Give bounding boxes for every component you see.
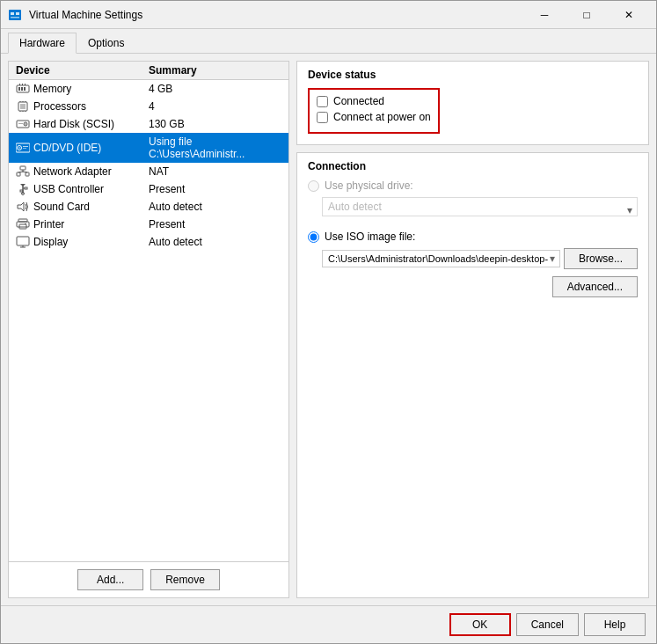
device-summary-sound: Auto detect	[149, 201, 281, 213]
bottom-bar: OK Cancel Help	[1, 605, 656, 643]
svg-rect-9	[22, 84, 23, 85]
device-summary-printer: Present	[149, 218, 281, 231]
device-row-printer[interactable]: Printer Present	[9, 216, 288, 233]
device-row-processors[interactable]: Processors 4	[9, 98, 288, 115]
device-status-title: Device status	[308, 69, 638, 81]
network-icon	[16, 165, 30, 178]
window-title: Virtual Machine Settings	[29, 9, 142, 21]
ok-button[interactable]: OK	[449, 613, 511, 636]
device-summary-usb: Present	[149, 183, 281, 195]
iso-file-row: Use ISO image file:	[308, 231, 638, 243]
svg-line-32	[18, 172, 23, 172]
auto-detect-dropdown[interactable]: Auto detect	[322, 197, 638, 216]
svg-rect-12	[20, 104, 26, 109]
device-name-harddisk: Hard Disk (SCSI)	[33, 118, 114, 130]
tab-bar: Hardware Options	[1, 29, 656, 54]
device-summary-memory: 4 GB	[149, 83, 281, 95]
minimize-button[interactable]: ─	[524, 3, 565, 27]
connect-power-label: Connect at power on	[333, 111, 431, 123]
advanced-button[interactable]: Advanced...	[552, 276, 638, 297]
svg-rect-36	[25, 187, 27, 189]
header-summary: Summary	[149, 64, 281, 77]
iso-file-label: Use ISO image file:	[325, 231, 415, 243]
svg-rect-30	[26, 172, 29, 176]
svg-rect-1	[11, 12, 14, 15]
title-bar-buttons: ─ □ ✕	[524, 3, 649, 27]
device-row-cdrom[interactable]: CD/DVD (IDE) Using file C:\Users\Adminis…	[9, 133, 288, 163]
close-button[interactable]: ✕	[609, 3, 649, 27]
svg-rect-7	[24, 87, 26, 91]
svg-rect-5	[18, 87, 20, 91]
svg-rect-8	[19, 84, 20, 85]
svg-rect-29	[17, 172, 20, 176]
add-device-button[interactable]: Add...	[77, 569, 143, 590]
iso-path-dropdown[interactable]: C:\Users\Administrator\Downloads\deepin-…	[322, 250, 560, 267]
device-summary-processors: 4	[149, 100, 281, 113]
browse-button[interactable]: Browse...	[564, 248, 638, 269]
device-table: Device Summary	[9, 62, 288, 561]
device-name-cdrom: CD/DVD (IDE)	[33, 142, 101, 154]
device-name-memory: Memory	[33, 83, 71, 95]
device-row-memory[interactable]: Memory 4 GB	[9, 80, 288, 98]
device-row-sound[interactable]: Sound Card Auto detect	[9, 198, 288, 216]
virtual-machine-settings-window: Virtual Machine Settings ─ □ ✕ Hardware …	[0, 0, 657, 644]
physical-drive-label: Use physical drive:	[325, 179, 413, 192]
device-row-usb[interactable]: USB Controller Present	[9, 180, 288, 198]
connected-checkbox-row: Connected	[317, 95, 431, 107]
svg-line-33	[23, 172, 27, 172]
left-panel: Device Summary	[8, 61, 289, 598]
device-name-usb: USB Controller	[33, 183, 104, 195]
left-panel-buttons: Add... Remove	[9, 561, 288, 597]
harddisk-icon	[16, 118, 30, 130]
cdrom-icon	[16, 142, 30, 154]
connection-section: Connection Use physical drive: Auto dete…	[296, 152, 649, 598]
connection-title: Connection	[308, 160, 638, 172]
svg-rect-6	[21, 87, 23, 91]
device-status-section: Device status Connected Connect at power…	[296, 61, 649, 145]
svg-rect-28	[20, 166, 26, 170]
main-content: Device Summary	[1, 54, 656, 605]
connected-checkbox[interactable]	[317, 96, 328, 107]
memory-icon	[16, 83, 30, 95]
help-button[interactable]: Help	[584, 613, 646, 636]
device-row-display[interactable]: Display Auto detect	[9, 233, 288, 251]
svg-rect-22	[18, 123, 23, 124]
svg-rect-27	[23, 148, 26, 149]
display-icon	[16, 236, 30, 248]
device-row-harddisk[interactable]: Hard Disk (SCSI) 130 GB	[9, 115, 288, 133]
sound-icon	[16, 201, 30, 213]
cancel-button[interactable]: Cancel	[516, 613, 579, 636]
svg-point-21	[25, 123, 26, 125]
device-row-network[interactable]: Network Adapter NAT	[9, 163, 288, 180]
device-name-network: Network Adapter	[33, 165, 112, 178]
connect-power-checkbox[interactable]	[317, 112, 328, 123]
title-bar: Virtual Machine Settings ─ □ ✕	[1, 1, 656, 29]
remove-device-button[interactable]: Remove	[150, 569, 220, 590]
svg-rect-45	[25, 223, 26, 224]
svg-rect-2	[16, 12, 19, 15]
usb-icon	[16, 183, 30, 195]
svg-rect-26	[23, 146, 28, 147]
physical-drive-radio[interactable]	[308, 180, 319, 192]
device-summary-harddisk: 130 GB	[149, 118, 281, 130]
printer-icon	[16, 218, 30, 231]
tab-hardware[interactable]: Hardware	[8, 33, 77, 54]
svg-rect-38	[20, 190, 23, 192]
tab-options[interactable]: Options	[77, 33, 135, 53]
svg-rect-10	[25, 84, 26, 85]
auto-detect-wrapper: Auto detect	[322, 197, 638, 223]
svg-rect-46	[17, 237, 29, 245]
device-table-header: Device Summary	[9, 62, 288, 80]
cpu-icon	[16, 100, 30, 113]
right-panel: Device status Connected Connect at power…	[296, 61, 649, 598]
device-status-box: Connected Connect at power on	[308, 88, 440, 134]
svg-rect-3	[11, 17, 19, 18]
header-device: Device	[16, 64, 149, 77]
iso-file-radio[interactable]	[308, 231, 319, 243]
advanced-button-container: Advanced...	[308, 276, 638, 297]
device-summary-cdrom: Using file C:\Users\Administr...	[149, 135, 281, 160]
svg-marker-35	[20, 184, 26, 187]
maximize-button[interactable]: □	[566, 3, 607, 27]
device-name-sound: Sound Card	[33, 201, 90, 213]
iso-path-wrapper: C:\Users\Administrator\Downloads\deepin-…	[322, 250, 560, 267]
